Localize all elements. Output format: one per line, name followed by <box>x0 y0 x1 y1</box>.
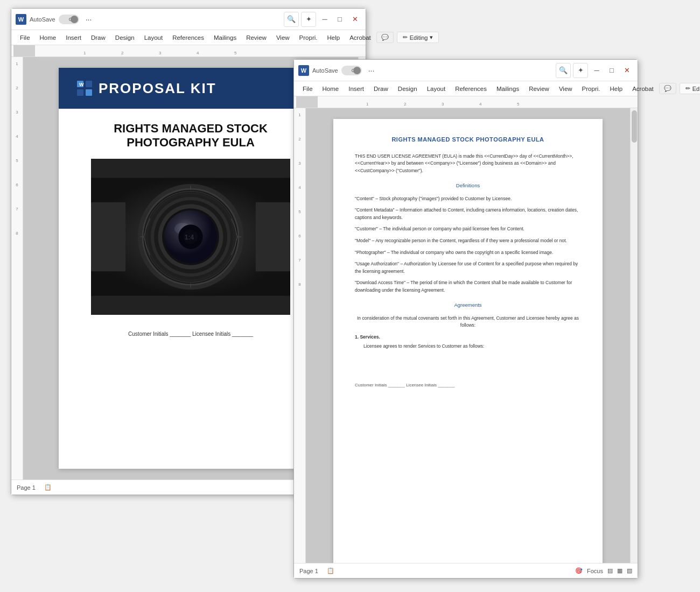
definition-6: "Usage Authorization" – Authorization by… <box>355 260 581 275</box>
menu-mailings-back[interactable]: Mailings <box>209 33 241 43</box>
title-bar-right-back: 🔍 ✦ ─ □ ✕ <box>284 12 361 27</box>
more-options-front[interactable]: ··· <box>368 66 375 75</box>
menu-review-front[interactable]: Review <box>524 84 554 94</box>
menu-layout-front[interactable]: Layout <box>423 84 450 94</box>
status-bar-front: Page 1 📋 🎯 Focus ▤ ▦ ▧ <box>294 563 638 578</box>
word-window-front: W AutoSave Off ··· 🔍 ✦ ─ □ ✕ File Home I… <box>293 59 638 579</box>
definitions-title: Definitions <box>355 182 581 189</box>
front-doc-title: RIGHTS MANAGED STOCK PHOTOGRAPHY EULA <box>355 135 581 144</box>
svg-rect-27 <box>91 202 125 271</box>
doc-page-back: W PROPOSAL KIT RIGHTS MANAGED STOCKPHOTO… <box>59 68 323 469</box>
menu-right-front: 💬 ✏ Editing ▾ <box>659 83 700 94</box>
left-ruler-back: 12345678 <box>11 57 23 480</box>
editing-label-front: Editing <box>692 86 700 92</box>
menu-design-front[interactable]: Design <box>394 84 422 94</box>
scrollbar-thumb-front[interactable] <box>632 110 637 143</box>
menu-acrobat-back[interactable]: Acrobat <box>345 33 375 43</box>
menu-right-back: 💬 ✏ Editing ▾ <box>376 32 439 43</box>
title-bar-back: W AutoSave Off ··· 🔍 ✦ ─ □ ✕ <box>11 9 366 30</box>
svg-rect-2 <box>77 89 83 96</box>
more-options-back[interactable]: ··· <box>86 15 92 24</box>
comment-button-front[interactable]: 💬 <box>659 83 676 94</box>
autosave-toggle-front[interactable]: Off <box>341 66 362 75</box>
comment-icon-front: 💬 <box>664 85 671 92</box>
pencil-icon-back: ✏ <box>403 34 408 41</box>
menu-file-back[interactable]: File <box>16 33 34 43</box>
svg-text:W: W <box>79 82 84 87</box>
pk-logo-icon: W <box>75 79 94 98</box>
menu-bar-front: File Home Insert Draw Design Layout Refe… <box>294 81 638 96</box>
page-indicator-back: Page 1 <box>17 484 36 491</box>
menu-home-back[interactable]: Home <box>36 33 61 43</box>
proposal-kit-logo: W PROPOSAL KIT <box>75 79 216 98</box>
title-bar-left-front: W AutoSave Off ··· <box>298 65 384 76</box>
menu-view-front[interactable]: View <box>555 84 577 94</box>
view-normal-icon-front[interactable]: ▤ <box>607 567 613 574</box>
menu-insert-front[interactable]: Insert <box>344 84 368 94</box>
search-button-front[interactable]: 🔍 <box>556 63 571 78</box>
front-initials: Customer Initials _______ Licensee Initi… <box>355 382 581 389</box>
minimize-button-front[interactable]: ─ <box>590 64 603 77</box>
agreement-intro: In consideration of the mutual covenants… <box>355 315 581 329</box>
cover-title: RIGHTS MANAGED STOCKPHOTOGRAPHY EULA <box>91 122 290 150</box>
chevron-down-icon-back: ▾ <box>430 34 433 41</box>
autosave-toggle-back[interactable]: Off <box>59 15 79 24</box>
doc-area-front: 12345678 RIGHTS MANAGED STOCK PHOTOGRAPH… <box>294 108 638 563</box>
editing-button-back[interactable]: ✏ Editing ▾ <box>397 32 439 43</box>
title-bar-front: W AutoSave Off ··· 🔍 ✦ ─ □ ✕ <box>294 60 638 81</box>
menu-layout-back[interactable]: Layout <box>140 33 167 43</box>
menu-review-back[interactable]: Review <box>242 33 271 43</box>
editing-button-front[interactable]: ✏ Editing ▾ <box>680 83 700 94</box>
close-button-front[interactable]: ✕ <box>620 64 633 77</box>
maximize-button-back[interactable]: □ <box>333 13 346 26</box>
title-bar-right-front: 🔍 ✦ ─ □ ✕ <box>556 63 633 78</box>
svg-rect-4 <box>86 89 92 96</box>
menu-propri-back[interactable]: Propri. <box>295 33 322 43</box>
menu-acrobat-front[interactable]: Acrobat <box>628 84 658 94</box>
word-icon-front: W <box>298 65 309 76</box>
toggle-thumb-back <box>71 16 78 23</box>
doc-scroll-front[interactable]: RIGHTS MANAGED STOCK PHOTOGRAPHY EULA TH… <box>306 108 630 563</box>
definition-2: "Content Metadata" – Information attache… <box>355 207 581 221</box>
menu-insert-back[interactable]: Insert <box>61 33 86 43</box>
menu-design-back[interactable]: Design <box>111 33 139 43</box>
ruler-back: 1 2 3 4 5 <box>11 45 366 57</box>
word-count-icon-back: 📋 <box>44 484 52 491</box>
menu-draw-front[interactable]: Draw <box>369 84 393 94</box>
search-button-back[interactable]: 🔍 <box>284 12 299 27</box>
toggle-thumb-front <box>353 67 361 74</box>
word-count-icon-front: 📋 <box>327 567 334 574</box>
close-button-back[interactable]: ✕ <box>348 13 361 26</box>
services-title: 1. Services. <box>355 334 581 341</box>
menu-file-front[interactable]: File <box>298 84 317 94</box>
menu-propri-front[interactable]: Propri. <box>578 84 605 94</box>
svg-rect-3 <box>86 81 92 87</box>
front-intro-text: THIS END USER LICENSE AGREEMENT (EULA) i… <box>355 153 581 175</box>
comment-button-back[interactable]: 💬 <box>376 32 394 43</box>
svg-text:1:4: 1:4 <box>185 234 194 241</box>
menu-help-front[interactable]: Help <box>605 84 627 94</box>
menu-draw-back[interactable]: Draw <box>87 33 110 43</box>
minimize-button-back[interactable]: ─ <box>318 13 331 26</box>
copilot-button-back[interactable]: ✦ <box>301 12 316 27</box>
comment-icon-back: 💬 <box>381 34 389 41</box>
services-text: Licensee agrees to render Services to Cu… <box>355 343 581 350</box>
menu-references-front[interactable]: References <box>451 84 491 94</box>
view-web-icon-front[interactable]: ▧ <box>627 567 632 574</box>
definition-1: "Content" – Stock photography ("images")… <box>355 195 581 203</box>
agreements-title: Agreements <box>355 301 581 309</box>
menu-mailings-front[interactable]: Mailings <box>492 84 523 94</box>
copilot-button-front[interactable]: ✦ <box>573 63 588 78</box>
editing-label-back: Editing <box>410 34 428 41</box>
ruler-content-back: 1 2 3 4 5 <box>35 45 363 57</box>
maximize-button-front[interactable]: □ <box>605 64 618 77</box>
menu-home-front[interactable]: Home <box>318 84 344 94</box>
menu-view-back[interactable]: View <box>272 33 294 43</box>
word-icon-back: W <box>16 14 26 25</box>
scrollbar-front[interactable] <box>630 108 638 563</box>
autosave-label-front: AutoSave <box>312 67 338 74</box>
page-indicator-front: Page 1 <box>299 568 318 574</box>
menu-help-back[interactable]: Help <box>323 33 344 43</box>
menu-references-back[interactable]: References <box>168 33 208 43</box>
view-print-icon-front[interactable]: ▦ <box>617 567 622 574</box>
